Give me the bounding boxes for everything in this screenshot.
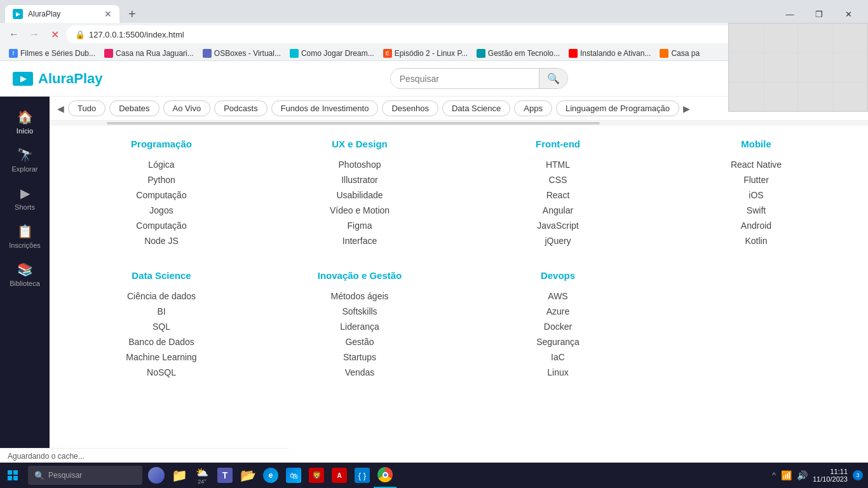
search-bar[interactable]: 🔍 — [390, 68, 568, 89]
category-item[interactable]: Swift — [670, 205, 843, 215]
taskbar-vscode[interactable]: { } — [351, 463, 374, 488]
taskbar-avatar[interactable] — [145, 463, 168, 488]
browser-tab[interactable]: ▶ AluraPlay ✕ — [5, 5, 119, 23]
back-button[interactable]: ← — [5, 25, 23, 43]
filter-tab-3[interactable]: Podcasts — [214, 100, 267, 116]
sidebar-item-shorts[interactable]: ▶ Shorts — [0, 179, 50, 217]
filter-tab-6[interactable]: Data Science — [442, 100, 510, 116]
taskbar-chevron-icon[interactable]: ^ — [772, 471, 776, 480]
category-item[interactable]: CSS — [471, 175, 644, 185]
category-item[interactable]: Flutter — [670, 175, 843, 185]
app-logo[interactable]: ▶ AluraPlay — [13, 71, 103, 87]
new-tab-button[interactable]: + — [123, 5, 141, 23]
filter-tab-7[interactable]: Apps — [514, 100, 552, 116]
category-item[interactable]: Photoshop — [273, 159, 446, 170]
category-item[interactable]: Vídeo e Motion — [273, 205, 446, 215]
taskbar-acrobat[interactable]: A — [328, 463, 351, 488]
category-item[interactable]: Interface — [273, 236, 446, 246]
taskbar-icon6[interactable]: 🦁 — [305, 463, 328, 488]
category-item[interactable]: Docker — [471, 322, 644, 332]
category-item[interactable]: Azure — [471, 306, 644, 316]
filter-tab-0[interactable]: Tudo — [68, 100, 105, 116]
category-item[interactable]: Segurança — [471, 337, 644, 347]
bookmark-2[interactable]: Casa na Rua Jaguari... — [100, 48, 198, 59]
category-item[interactable]: Computação — [75, 190, 248, 200]
category-item[interactable]: Softskills — [273, 306, 446, 316]
category-item[interactable]: BI — [75, 306, 248, 316]
category-item[interactable]: Startups — [273, 352, 446, 362]
taskbar-file-explorer[interactable]: 📁 — [168, 463, 191, 488]
bookmark-6[interactable]: Gestão em Tecnolo... — [473, 48, 564, 59]
filter-tab-1[interactable]: Debates — [109, 100, 159, 116]
category-item[interactable]: Ciência de dados — [75, 291, 248, 301]
bookmark-1[interactable]: f Filmes e Séries Dub... — [5, 48, 99, 59]
category-item[interactable]: Lógica — [75, 159, 248, 170]
category-item[interactable]: Node JS — [75, 236, 248, 246]
category-item[interactable]: Angular — [471, 205, 644, 215]
sidebar-item-biblioteca[interactable]: 📚 Biblioteca — [0, 255, 50, 294]
category-item[interactable]: AWS — [471, 291, 644, 301]
category-item[interactable]: Linux — [471, 367, 644, 377]
taskbar-search[interactable]: 🔍 Pesquisar — [28, 466, 142, 485]
scroll-right-arrow[interactable]: ▶ — [683, 104, 690, 114]
category-item[interactable]: SQL — [75, 322, 248, 332]
category-item[interactable]: Kotlin — [670, 236, 843, 246]
category-item[interactable]: iOS — [670, 190, 843, 200]
category-item[interactable]: Liderança — [273, 322, 446, 332]
category-item[interactable]: Gestão — [273, 337, 446, 347]
sidebar-item-inicio[interactable]: 🏠 Início — [0, 103, 50, 141]
filter-tab-5[interactable]: Desenhos — [382, 100, 438, 116]
reload-button[interactable]: ✕ — [46, 25, 64, 43]
address-bar[interactable]: 🔒 127.0.0.1:5500/index.html — [66, 25, 843, 43]
taskbar-store[interactable]: 🛍 — [282, 463, 305, 488]
window-close-button[interactable]: ✕ — [834, 5, 863, 23]
sidebar-item-inscricoes[interactable]: 📋 Inscrições — [0, 217, 50, 255]
category-item[interactable]: HTML — [471, 159, 644, 170]
sidebar-explorar-label: Explorar — [12, 165, 38, 173]
category-section-empty — [657, 264, 855, 395]
category-item[interactable]: Machine Learning — [75, 352, 248, 362]
category-item[interactable]: React Native — [670, 159, 843, 170]
category-item[interactable]: Python — [75, 175, 248, 185]
sidebar-biblioteca-label: Biblioteca — [10, 280, 40, 287]
taskbar-chrome[interactable] — [374, 463, 397, 488]
bookmark-5[interactable]: E Episódio 2 - Linux P... — [379, 48, 471, 59]
tab-close-icon[interactable]: ✕ — [104, 9, 112, 19]
window-minimize-button[interactable]: — — [775, 5, 804, 23]
category-item[interactable]: jQuery — [471, 236, 644, 246]
category-item[interactable]: Métodos ágeis — [273, 291, 446, 301]
search-button[interactable]: 🔍 — [539, 69, 567, 88]
sidebar-item-explorar[interactable]: 🔭 Explorar — [0, 141, 50, 179]
category-item[interactable]: Figma — [273, 220, 446, 231]
filter-tab-8[interactable]: Linguagem de Programação — [556, 100, 679, 116]
taskbar-time[interactable]: 11:11 11/10/2023 — [813, 468, 848, 483]
category-item[interactable]: Illustrator — [273, 175, 446, 185]
taskbar-edge[interactable]: e — [259, 463, 282, 488]
category-item[interactable]: Usabilidade — [273, 190, 446, 200]
category-item[interactable]: NoSQL — [75, 367, 248, 377]
category-item[interactable]: Vendas — [273, 367, 446, 377]
category-item[interactable]: Android — [670, 220, 843, 231]
category-title-programacao: Programação — [75, 139, 248, 149]
category-item[interactable]: JavaScript — [471, 220, 644, 231]
scroll-left-arrow[interactable]: ◀ — [57, 104, 64, 114]
bookmark-8[interactable]: Casa pa — [656, 48, 703, 59]
forward-button[interactable]: → — [25, 25, 43, 43]
category-item[interactable]: IaC — [471, 352, 644, 362]
start-button[interactable] — [0, 463, 25, 488]
filter-tab-2[interactable]: Ao Vivo — [163, 100, 211, 116]
taskbar-explorer2[interactable]: 📂 — [236, 463, 259, 488]
category-item[interactable]: Computação — [75, 220, 248, 231]
notification-badge[interactable]: 3 — [853, 470, 863, 480]
category-item[interactable]: Banco de Dados — [75, 337, 248, 347]
bookmark-7[interactable]: Instalando e Ativan... — [565, 48, 654, 59]
bookmark-4[interactable]: Como Jogar Dream... — [286, 48, 378, 59]
filter-tab-4[interactable]: Fundos de Investimento — [271, 100, 379, 116]
bookmark-3[interactable]: OSBoxes - Virtual... — [199, 48, 285, 59]
taskbar-weather[interactable]: ⛅ 24° — [191, 463, 214, 488]
window-maximize-button[interactable]: ❐ — [804, 5, 834, 23]
category-item[interactable]: React — [471, 190, 644, 200]
search-input[interactable] — [391, 70, 539, 88]
taskbar-teams[interactable]: T — [214, 463, 236, 488]
category-item[interactable]: Jogos — [75, 205, 248, 215]
